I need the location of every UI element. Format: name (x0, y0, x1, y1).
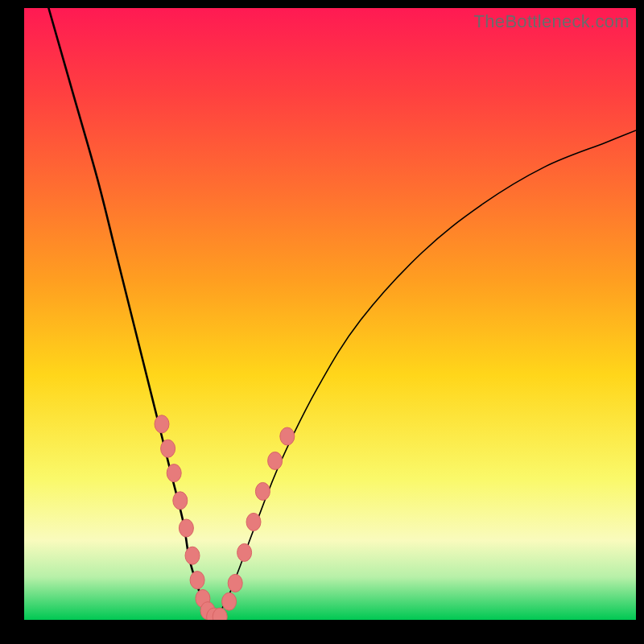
bead-marker (228, 574, 242, 592)
bead-marker (280, 427, 295, 445)
chart-frame: TheBottleneck.com (0, 0, 644, 644)
bead-marker (185, 547, 200, 564)
bead-marker (268, 452, 283, 469)
curves-svg (24, 8, 636, 620)
right-curve (214, 130, 636, 620)
bead-marker (179, 519, 193, 537)
bead-marker (155, 415, 169, 433)
bead-marker (222, 592, 237, 610)
bead-marker (161, 440, 175, 457)
bead-marker (167, 464, 181, 482)
bead-marker (246, 513, 261, 530)
bead-marker (237, 543, 252, 561)
bead-marker (255, 482, 270, 500)
bead-marker (173, 492, 188, 510)
highlight-beads (155, 415, 295, 620)
bead-marker (190, 572, 204, 589)
plot-area: TheBottleneck.com (24, 8, 636, 620)
